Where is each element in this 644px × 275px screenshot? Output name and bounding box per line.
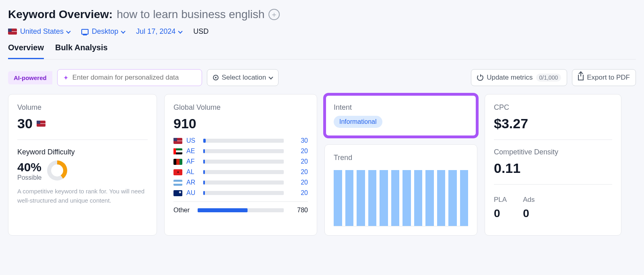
intent-title: Intent (334, 103, 468, 112)
export-icon (578, 75, 584, 80)
ads-value: 0 (523, 207, 535, 220)
export-pdf-label: Export to PDF (587, 74, 630, 82)
kd-donut-chart (47, 160, 67, 181)
volume-title: Volume (17, 103, 148, 112)
update-metrics-button[interactable]: Update metrics 0/1,000 (471, 69, 567, 86)
desktop-icon (81, 29, 89, 35)
trend-bar (437, 170, 446, 226)
gv-country-value[interactable]: 20 (288, 168, 308, 176)
cd-value: 0.11 (494, 160, 520, 176)
gv-country-code[interactable]: AL (186, 168, 199, 176)
chevron-down-icon (66, 29, 70, 33)
us-flag-icon (37, 121, 45, 127)
gv-bar (203, 160, 284, 164)
trend-bar (460, 170, 469, 226)
intent-value: Informational (334, 116, 382, 128)
kd-title: Keyword Difficulty (17, 148, 148, 156)
cpc-title: CPC (494, 103, 612, 112)
device-label: Desktop (92, 27, 118, 36)
gv-bar (203, 191, 284, 195)
date-selector[interactable]: Jul 17, 2024 (136, 27, 182, 36)
refresh-icon (477, 74, 483, 81)
device-selector[interactable]: Desktop (81, 27, 125, 36)
trend-bar (402, 170, 411, 226)
gv-country-row: AL 20 (173, 168, 308, 176)
page-title: Keyword Overview: (8, 8, 113, 21)
tab-bulk-analysis[interactable]: Bulk Analysis (55, 43, 107, 59)
gv-country-code[interactable]: US (186, 137, 199, 144)
gv-country-row: AE 20 (173, 148, 308, 155)
us-flag-icon (173, 138, 182, 144)
gv-country-row: AU 20 (173, 189, 308, 197)
cd-title: Competitive Density (494, 148, 612, 156)
global-volume-card: Global Volume 910 US 30 AE 20 AF 20 AL 2… (164, 94, 317, 236)
kd-value: 40% (17, 160, 41, 174)
trend-bar (368, 170, 377, 226)
gv-country-code[interactable]: AF (186, 158, 199, 165)
gv-bar (203, 139, 284, 143)
gv-country-code[interactable]: AR (186, 179, 199, 186)
tab-overview[interactable]: Overview (8, 43, 44, 59)
trend-bar (334, 170, 342, 226)
update-metrics-label: Update metrics (487, 74, 533, 82)
af-flag-icon (173, 159, 182, 165)
trend-bar (380, 170, 388, 226)
trend-bar (345, 170, 354, 226)
gv-country-code[interactable]: AU (186, 189, 199, 197)
cpc-value: $3.27 (494, 116, 528, 131)
gv-country-value[interactable]: 20 (288, 189, 308, 197)
location-label: Select location (222, 74, 266, 82)
chevron-down-icon (178, 29, 183, 33)
gv-bar (203, 181, 284, 185)
gv-country-row: US 30 (173, 137, 308, 144)
gv-country-row: AF 20 (173, 158, 308, 165)
pla-value: 0 (494, 207, 507, 220)
chevron-down-icon (121, 29, 125, 33)
intent-card: Intent Informational (324, 94, 477, 137)
volume-value: 30 (17, 116, 33, 131)
gv-country-row: AR 20 (173, 179, 308, 186)
trend-card: Trend (324, 144, 477, 236)
trend-chart (334, 166, 468, 226)
update-metrics-count: 0/1,000 (536, 74, 561, 82)
chevron-down-icon (269, 75, 273, 79)
sparkle-icon: ✦ (63, 74, 68, 82)
gv-other-label: Other (173, 207, 194, 214)
trend-bar (425, 170, 434, 226)
global-volume-title: Global Volume (173, 103, 308, 112)
pin-icon (213, 75, 219, 80)
ar-flag-icon (173, 180, 182, 186)
domain-input-wrapper[interactable]: ✦ (57, 69, 202, 86)
kd-description: A competitive keyword to rank for. You w… (17, 187, 148, 205)
al-flag-icon (173, 169, 182, 175)
pla-title: PLA (494, 196, 507, 204)
gv-country-value[interactable]: 20 (288, 148, 308, 155)
keyword-text: how to learn business english (117, 8, 264, 21)
gv-other-bar (198, 208, 284, 212)
trend-bar (414, 170, 423, 226)
gv-bar (203, 170, 284, 174)
kd-label: Possible (17, 174, 41, 181)
trend-bar (448, 170, 457, 226)
export-pdf-button[interactable]: Export to PDF (572, 69, 636, 86)
gv-other-value: 780 (288, 207, 308, 214)
cpc-card: CPC $3.27 Competitive Density 0.11 PLA 0… (485, 94, 621, 236)
gv-country-value[interactable]: 30 (288, 137, 308, 144)
domain-input[interactable] (72, 74, 196, 82)
gv-country-value[interactable]: 20 (288, 158, 308, 165)
gv-country-code[interactable]: AE (186, 148, 199, 155)
trend-title: Trend (334, 154, 468, 162)
trend-bar (357, 170, 365, 226)
us-flag-icon (8, 29, 17, 35)
ai-powered-badge: AI-powered (8, 71, 52, 84)
currency-label: USD (193, 27, 208, 36)
country-selector[interactable]: United States (8, 27, 70, 36)
add-keyword-button[interactable]: ＋ (268, 9, 280, 20)
gv-bar (203, 149, 284, 153)
gv-country-value[interactable]: 20 (288, 179, 308, 186)
ae-flag-icon (173, 148, 182, 154)
location-selector[interactable]: Select location (207, 69, 279, 86)
ads-title: Ads (523, 196, 535, 204)
au-flag-icon (173, 190, 182, 196)
global-volume-value: 910 (173, 116, 196, 131)
